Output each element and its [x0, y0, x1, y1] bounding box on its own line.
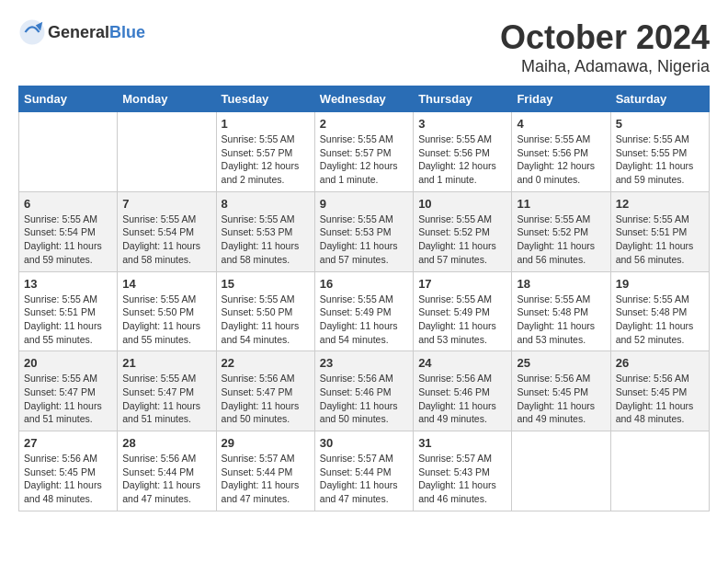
- day-detail: Sunrise: 5:55 AM Sunset: 5:47 PM Dayligh…: [122, 372, 210, 426]
- day-number: 2: [320, 117, 408, 131]
- calendar-cell: 7Sunrise: 5:55 AM Sunset: 5:54 PM Daylig…: [118, 191, 216, 271]
- calendar-cell: 19Sunrise: 5:55 AM Sunset: 5:48 PM Dayli…: [610, 271, 709, 351]
- col-sunday: Sunday: [19, 86, 118, 112]
- calendar-cell: 23Sunrise: 5:56 AM Sunset: 5:46 PM Dayli…: [314, 351, 413, 431]
- day-number: 30: [320, 436, 408, 450]
- day-detail: Sunrise: 5:55 AM Sunset: 5:47 PM Dayligh…: [24, 372, 112, 426]
- calendar-cell: 10Sunrise: 5:55 AM Sunset: 5:52 PM Dayli…: [414, 191, 512, 271]
- day-detail: Sunrise: 5:55 AM Sunset: 5:54 PM Dayligh…: [24, 213, 112, 267]
- day-number: 25: [517, 356, 605, 370]
- day-number: 17: [418, 277, 506, 291]
- logo: GeneralBlue: [18, 18, 145, 46]
- day-detail: Sunrise: 5:56 AM Sunset: 5:47 PM Dayligh…: [222, 372, 310, 426]
- day-detail: Sunrise: 5:55 AM Sunset: 5:54 PM Dayligh…: [122, 213, 210, 267]
- calendar-cell: 8Sunrise: 5:55 AM Sunset: 5:53 PM Daylig…: [216, 191, 314, 271]
- calendar-cell: 1Sunrise: 5:55 AM Sunset: 5:57 PM Daylig…: [216, 112, 314, 192]
- day-number: 5: [616, 117, 704, 131]
- calendar-week-1: 1Sunrise: 5:55 AM Sunset: 5:57 PM Daylig…: [19, 112, 710, 192]
- calendar-table: Sunday Monday Tuesday Wednesday Thursday…: [18, 86, 710, 511]
- day-detail: Sunrise: 5:57 AM Sunset: 5:44 PM Dayligh…: [222, 452, 310, 506]
- day-number: 15: [222, 277, 310, 291]
- day-detail: Sunrise: 5:55 AM Sunset: 5:51 PM Dayligh…: [24, 293, 112, 347]
- day-number: 1: [222, 117, 310, 131]
- calendar-cell: 20Sunrise: 5:55 AM Sunset: 5:47 PM Dayli…: [19, 351, 118, 431]
- calendar-cell: 14Sunrise: 5:55 AM Sunset: 5:50 PM Dayli…: [118, 271, 216, 351]
- day-detail: Sunrise: 5:55 AM Sunset: 5:57 PM Dayligh…: [320, 132, 408, 187]
- title-block: October 2024 Maiha, Adamawa, Nigeria: [500, 18, 710, 76]
- calendar-cell: 17Sunrise: 5:55 AM Sunset: 5:49 PM Dayli…: [414, 271, 512, 351]
- day-detail: Sunrise: 5:56 AM Sunset: 5:44 PM Dayligh…: [122, 452, 210, 506]
- calendar-cell: [512, 431, 610, 511]
- calendar-week-2: 6Sunrise: 5:55 AM Sunset: 5:54 PM Daylig…: [19, 191, 710, 271]
- calendar-cell: 16Sunrise: 5:55 AM Sunset: 5:49 PM Dayli…: [314, 271, 413, 351]
- calendar-cell: 6Sunrise: 5:55 AM Sunset: 5:54 PM Daylig…: [19, 191, 118, 271]
- logo-text-blue: Blue: [109, 23, 145, 41]
- day-detail: Sunrise: 5:57 AM Sunset: 5:43 PM Dayligh…: [418, 452, 506, 506]
- calendar-cell: [19, 112, 118, 192]
- calendar-cell: 28Sunrise: 5:56 AM Sunset: 5:44 PM Dayli…: [118, 431, 216, 511]
- day-detail: Sunrise: 5:55 AM Sunset: 5:53 PM Dayligh…: [320, 213, 408, 267]
- day-number: 14: [122, 277, 210, 291]
- day-number: 23: [320, 356, 408, 370]
- day-number: 19: [616, 277, 704, 291]
- day-number: 4: [517, 117, 605, 131]
- day-number: 26: [616, 356, 704, 370]
- day-detail: Sunrise: 5:55 AM Sunset: 5:49 PM Dayligh…: [418, 293, 506, 347]
- day-number: 10: [418, 197, 506, 211]
- calendar-cell: 25Sunrise: 5:56 AM Sunset: 5:45 PM Dayli…: [512, 351, 610, 431]
- day-number: 28: [122, 436, 210, 450]
- day-number: 3: [418, 117, 506, 131]
- day-number: 20: [24, 356, 112, 370]
- day-detail: Sunrise: 5:56 AM Sunset: 5:45 PM Dayligh…: [517, 372, 605, 426]
- day-number: 11: [517, 197, 605, 211]
- day-detail: Sunrise: 5:56 AM Sunset: 5:46 PM Dayligh…: [320, 372, 408, 426]
- day-number: 22: [222, 356, 310, 370]
- day-number: 7: [122, 197, 210, 211]
- col-wednesday: Wednesday: [314, 86, 413, 112]
- day-detail: Sunrise: 5:55 AM Sunset: 5:48 PM Dayligh…: [616, 293, 704, 347]
- calendar-cell: 21Sunrise: 5:55 AM Sunset: 5:47 PM Dayli…: [118, 351, 216, 431]
- day-number: 27: [24, 436, 112, 450]
- calendar-cell: 30Sunrise: 5:57 AM Sunset: 5:44 PM Dayli…: [314, 431, 413, 511]
- day-detail: Sunrise: 5:55 AM Sunset: 5:51 PM Dayligh…: [616, 213, 704, 267]
- calendar-cell: 24Sunrise: 5:56 AM Sunset: 5:46 PM Dayli…: [414, 351, 512, 431]
- location-title: Maiha, Adamawa, Nigeria: [500, 57, 710, 76]
- day-detail: Sunrise: 5:55 AM Sunset: 5:52 PM Dayligh…: [517, 213, 605, 267]
- day-detail: Sunrise: 5:55 AM Sunset: 5:56 PM Dayligh…: [418, 132, 506, 187]
- day-number: 12: [616, 197, 704, 211]
- calendar-cell: 29Sunrise: 5:57 AM Sunset: 5:44 PM Dayli…: [216, 431, 314, 511]
- col-thursday: Thursday: [414, 86, 512, 112]
- col-saturday: Saturday: [610, 86, 709, 112]
- calendar-week-3: 13Sunrise: 5:55 AM Sunset: 5:51 PM Dayli…: [19, 271, 710, 351]
- day-number: 6: [24, 197, 112, 211]
- calendar-cell: 12Sunrise: 5:55 AM Sunset: 5:51 PM Dayli…: [610, 191, 709, 271]
- day-detail: Sunrise: 5:55 AM Sunset: 5:52 PM Dayligh…: [418, 213, 506, 267]
- day-detail: Sunrise: 5:55 AM Sunset: 5:50 PM Dayligh…: [122, 293, 210, 347]
- day-number: 21: [122, 356, 210, 370]
- calendar-cell: [610, 431, 709, 511]
- page-header: GeneralBlue October 2024 Maiha, Adamawa,…: [18, 18, 710, 76]
- calendar-cell: 9Sunrise: 5:55 AM Sunset: 5:53 PM Daylig…: [314, 191, 413, 271]
- calendar-cell: 27Sunrise: 5:56 AM Sunset: 5:45 PM Dayli…: [19, 431, 118, 511]
- month-title: October 2024: [500, 18, 710, 57]
- calendar-cell: [118, 112, 216, 192]
- calendar-cell: 5Sunrise: 5:55 AM Sunset: 5:55 PM Daylig…: [610, 112, 709, 192]
- day-detail: Sunrise: 5:55 AM Sunset: 5:55 PM Dayligh…: [616, 132, 704, 187]
- logo-icon: [18, 18, 46, 46]
- day-number: 13: [24, 277, 112, 291]
- day-number: 29: [222, 436, 310, 450]
- calendar-cell: 31Sunrise: 5:57 AM Sunset: 5:43 PM Dayli…: [414, 431, 512, 511]
- calendar-cell: 11Sunrise: 5:55 AM Sunset: 5:52 PM Dayli…: [512, 191, 610, 271]
- logo-text-general: General: [48, 23, 109, 41]
- day-detail: Sunrise: 5:56 AM Sunset: 5:45 PM Dayligh…: [24, 452, 112, 506]
- day-number: 24: [418, 356, 506, 370]
- day-detail: Sunrise: 5:56 AM Sunset: 5:45 PM Dayligh…: [616, 372, 704, 426]
- col-tuesday: Tuesday: [216, 86, 314, 112]
- day-detail: Sunrise: 5:55 AM Sunset: 5:53 PM Dayligh…: [222, 213, 310, 267]
- calendar-cell: 4Sunrise: 5:55 AM Sunset: 5:56 PM Daylig…: [512, 112, 610, 192]
- calendar-week-4: 20Sunrise: 5:55 AM Sunset: 5:47 PM Dayli…: [19, 351, 710, 431]
- calendar-cell: 13Sunrise: 5:55 AM Sunset: 5:51 PM Dayli…: [19, 271, 118, 351]
- day-number: 16: [320, 277, 408, 291]
- calendar-week-5: 27Sunrise: 5:56 AM Sunset: 5:45 PM Dayli…: [19, 431, 710, 511]
- calendar-cell: 15Sunrise: 5:55 AM Sunset: 5:50 PM Dayli…: [216, 271, 314, 351]
